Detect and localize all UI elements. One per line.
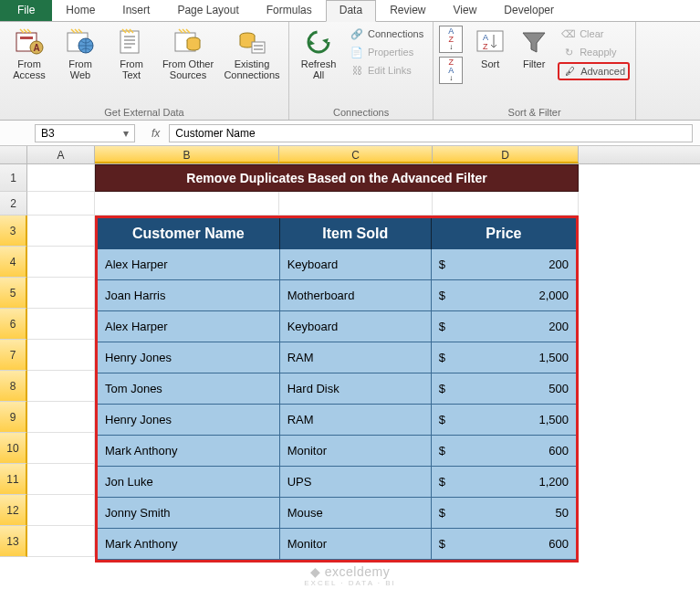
- tab-page-layout[interactable]: Page Layout: [163, 0, 252, 21]
- cell-price: $600: [432, 436, 576, 467]
- cell-price: $500: [432, 373, 576, 405]
- refresh-label: Refresh All: [301, 58, 337, 80]
- table-row[interactable]: Henry JonesRAM$1,500: [98, 342, 576, 373]
- watermark-sub: EXCEL · DATA · BI: [0, 579, 700, 587]
- row-header-10[interactable]: 10: [0, 433, 27, 464]
- table-row[interactable]: Alex HarperKeyboard$200: [98, 311, 576, 342]
- web-icon: [66, 27, 95, 57]
- filter-label: Filter: [523, 58, 545, 69]
- select-all-corner[interactable]: [0, 146, 27, 163]
- sort-desc-button[interactable]: ZA↓: [439, 57, 463, 84]
- from-web-button[interactable]: From Web: [57, 26, 104, 82]
- tab-developer[interactable]: Developer: [490, 0, 568, 21]
- row-header-9[interactable]: 9: [0, 402, 27, 433]
- clear-button[interactable]: ⌫Clear: [558, 26, 630, 42]
- existing-connections-icon: [237, 27, 266, 57]
- cell-item: Keyboard: [280, 311, 432, 342]
- col-header-a[interactable]: A: [27, 146, 95, 163]
- cell-item: Motherboard: [280, 280, 432, 311]
- edit-links-icon: ⛓: [350, 63, 364, 78]
- advanced-label: Advanced: [580, 66, 625, 77]
- other-sources-icon: [173, 27, 203, 57]
- tab-review[interactable]: Review: [376, 0, 439, 21]
- tab-insert[interactable]: Insert: [109, 0, 163, 21]
- col-header-c[interactable]: C: [279, 146, 433, 163]
- sort-button[interactable]: AZ Sort: [470, 26, 510, 71]
- cell-customer: Jon Luke: [98, 467, 280, 498]
- group-connections: Refresh All 🔗Connections 📄Properties ⛓Ed…: [289, 22, 434, 120]
- table-row[interactable]: Mark AnthonyMonitor$600: [98, 436, 576, 467]
- col-header-b[interactable]: B: [95, 146, 279, 163]
- title-cell: Remove Duplicates Based on the Advanced …: [95, 164, 579, 192]
- row-header-4[interactable]: 4: [0, 247, 27, 278]
- table-row[interactable]: Mark AnthonyMonitor$600: [98, 529, 576, 560]
- svg-text:Z: Z: [483, 42, 488, 51]
- header-customer: Customer Name: [98, 218, 280, 249]
- advanced-filter-button[interactable]: 🖋Advanced: [558, 62, 630, 80]
- reapply-button[interactable]: ↻Reapply: [558, 44, 630, 60]
- advanced-icon: 🖋: [562, 64, 577, 79]
- cell-item: Hard Disk: [280, 373, 432, 405]
- table-row[interactable]: Joan HarrisMotherboard$2,000: [98, 280, 576, 311]
- row-header-1[interactable]: 1: [0, 164, 27, 192]
- row-header-7[interactable]: 7: [0, 340, 27, 371]
- connections-button[interactable]: 🔗Connections: [346, 26, 427, 42]
- tab-formulas[interactable]: Formulas: [253, 0, 326, 21]
- cell-customer: Mark Anthony: [98, 529, 280, 560]
- sort-dialog-icon: AZ: [475, 27, 505, 57]
- watermark-logo-icon: ◆: [310, 564, 321, 579]
- filter-button[interactable]: Filter: [514, 26, 554, 71]
- row-headers: 1 2 3 4 5 6 7 8 9 10 11 12 13: [0, 164, 27, 557]
- cell-price: $1,500: [432, 405, 576, 436]
- from-other-button[interactable]: From Other Sources: [159, 26, 217, 82]
- group-title-connections: Connections: [295, 105, 427, 120]
- properties-icon: 📄: [350, 45, 364, 59]
- row-header-2[interactable]: 2: [0, 192, 27, 216]
- cell-customer: Mark Anthony: [98, 436, 280, 467]
- reapply-icon: ↻: [561, 45, 576, 59]
- edit-links-button[interactable]: ⛓Edit Links: [346, 62, 427, 79]
- row-header-12[interactable]: 12: [0, 495, 27, 526]
- table-row[interactable]: Jon LukeUPS$1,200: [98, 467, 576, 498]
- header-price: Price: [432, 218, 576, 249]
- group-title-sort-filter: Sort & Filter: [439, 105, 630, 120]
- tab-view[interactable]: View: [440, 0, 491, 21]
- cell-item: RAM: [280, 342, 432, 373]
- header-item: Item Sold: [280, 218, 432, 249]
- svg-rect-1: [20, 37, 33, 39]
- row-header-3[interactable]: 3: [0, 216, 27, 247]
- name-box[interactable]: B3▾: [35, 124, 135, 142]
- properties-button[interactable]: 📄Properties: [346, 44, 427, 60]
- col-header-d[interactable]: D: [433, 146, 579, 163]
- row-header-13[interactable]: 13: [0, 526, 27, 557]
- row-header-6[interactable]: 6: [0, 309, 27, 340]
- row-header-8[interactable]: 8: [0, 371, 27, 402]
- chevron-down-icon[interactable]: ▾: [123, 127, 129, 140]
- cell-item: Monitor: [280, 436, 432, 467]
- refresh-all-button[interactable]: Refresh All: [295, 26, 342, 82]
- cell-price: $600: [432, 529, 576, 560]
- cell-customer: Alex Harper: [98, 311, 280, 342]
- existing-connections-button[interactable]: Existing Connections: [221, 26, 283, 82]
- table-row[interactable]: Alex HarperKeyboard$200: [98, 249, 576, 280]
- tab-home[interactable]: Home: [52, 0, 109, 21]
- svg-rect-6: [120, 31, 139, 53]
- group-sort-filter: AZ↓ ZA↓ AZ Sort Filter ⌫Clear ↻Reapply 🖋…: [434, 22, 636, 120]
- tab-data[interactable]: Data: [326, 0, 376, 22]
- from-text-button[interactable]: From Text: [108, 26, 155, 82]
- edit-links-label: Edit Links: [368, 65, 412, 76]
- sort-asc-button[interactable]: AZ↓: [439, 26, 463, 53]
- fx-icon[interactable]: fx: [151, 127, 160, 140]
- formula-input[interactable]: Customer Name: [169, 124, 693, 142]
- table-row[interactable]: Henry JonesRAM$1,500: [98, 405, 576, 436]
- row-header-5[interactable]: 5: [0, 278, 27, 309]
- row-header-11[interactable]: 11: [0, 464, 27, 495]
- table-row[interactable]: Tom JonesHard Disk$500: [98, 373, 576, 405]
- table-row[interactable]: Jonny SmithMouse$50: [98, 498, 576, 529]
- cell-item: UPS: [280, 467, 432, 498]
- clear-filter-icon: ⌫: [561, 26, 576, 41]
- from-access-button[interactable]: A From Access: [5, 26, 53, 82]
- tab-file[interactable]: File: [0, 0, 52, 21]
- cell-grid[interactable]: Remove Duplicates Based on the Advanced …: [27, 164, 579, 557]
- sort-label: Sort: [481, 58, 499, 69]
